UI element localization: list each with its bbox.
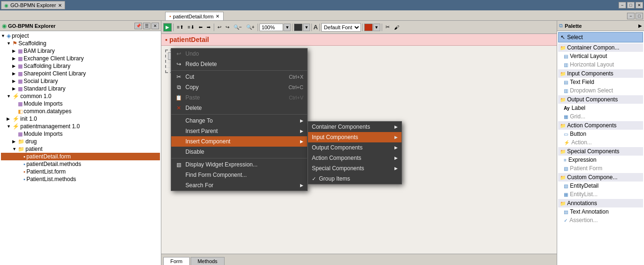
submenu-item-action[interactable]: Action Components ▶: [308, 153, 401, 163]
editor-tab-close-icon[interactable]: ✕: [216, 14, 219, 19]
submenu-item-group[interactable]: ✓ Group Items: [308, 174, 401, 184]
tree-item-scaffolding[interactable]: ▼ ⚑ Scaffolding: [1, 40, 160, 47]
window-minimize-btn[interactable]: −: [619, 2, 626, 8]
form-title: patientDetail: [169, 36, 209, 43]
toolbar-sep7: [362, 24, 363, 31]
menu-item-insert-component[interactable]: Insert Component ▶: [171, 136, 307, 147]
palette-item-expression[interactable]: ≡ Expression: [558, 156, 643, 164]
palette-item-entitylist[interactable]: ▦ EntityList...: [558, 190, 643, 199]
palette-item-text-annotation[interactable]: ▤ Text Annotation: [558, 207, 643, 216]
menu-item-find-form[interactable]: Find Form Component...: [171, 170, 307, 180]
palette-item-assertion[interactable]: ✓ Assertion...: [558, 216, 643, 224]
submenu-output-arrow: ▶: [394, 145, 398, 150]
tab-form[interactable]: Form: [163, 257, 190, 265]
palette-item-entitydetail[interactable]: ▧ EntityDetail: [558, 182, 643, 190]
palette-section-annotations-header[interactable]: 📁 Annotations: [558, 199, 643, 207]
toolbar-btn-1[interactable]: ≡⬆: [175, 23, 185, 31]
tree-item-patientdetail-methods[interactable]: ▪ patientDetail.methods: [1, 160, 160, 168]
editor-tab-label[interactable]: patientDetail.form: [173, 14, 214, 19]
run-btn[interactable]: ▶: [163, 23, 172, 32]
submenu-item-special[interactable]: Special Components ▶: [308, 163, 401, 174]
menu-item-insert-parent[interactable]: Insert Parent ▶: [171, 126, 307, 136]
tree-item-sharepoint[interactable]: ▶ ▦ Sharepoint Client Library: [1, 70, 160, 77]
palette-section-action-header[interactable]: 📁 Action Components: [558, 121, 643, 130]
palette-expand-btn[interactable]: ▶: [638, 23, 642, 28]
tree-item-patientlist-form[interactable]: ▪ PatientList.form: [1, 168, 160, 175]
submenu-item-container[interactable]: Container Components ▶: [308, 122, 401, 132]
color-dropdown-1[interactable]: ▼: [303, 24, 310, 31]
toolbar-btn-4[interactable]: ➡: [205, 23, 212, 31]
tree-item-social[interactable]: ▶ ▦ Social Library: [1, 77, 160, 85]
toolbar-btn-2[interactable]: ≡⬇: [186, 23, 196, 31]
palette-item-vertical-layout[interactable]: ▤ Vertical Layout: [558, 52, 643, 60]
toolbar-btn-8[interactable]: 🔍+: [244, 23, 257, 31]
color-swatch-1[interactable]: [294, 24, 302, 31]
editor-window-min-btn[interactable]: −: [627, 13, 635, 19]
palette-item-horizontal-layout[interactable]: ▥ Horizontal Layout: [558, 60, 643, 69]
explorer-close-header-btn[interactable]: ✕: [151, 23, 159, 29]
menu-item-display-widget[interactable]: ▧ Display Widget Expression...: [171, 159, 307, 170]
tree-item-patientlist-methods[interactable]: ▪ PatientList.methods: [1, 175, 160, 183]
tree-item-exchange[interactable]: ▶ ▦ Exchange Client Library: [1, 55, 160, 62]
menu-item-cut[interactable]: ✂ Cut Ctrl+X: [171, 72, 307, 82]
palette-section-container-header[interactable]: 📁 Container Compon...: [558, 43, 643, 52]
tree-item-scaffolding-lib[interactable]: ▶ ▦ Scaffolding Library: [1, 62, 160, 70]
palette-section-custom-header[interactable]: 📁 Custom Compone...: [558, 173, 643, 182]
palette-item-grid[interactable]: ▦ Grid...: [558, 112, 643, 121]
toolbar-btn-6[interactable]: ↪: [224, 23, 231, 31]
tree-item-common[interactable]: ▼ ⚡ common 1.0: [1, 92, 160, 100]
menu-item-delete[interactable]: ✕ Delete: [171, 103, 307, 113]
palette-section-special-header[interactable]: 📁 Special Components: [558, 147, 643, 156]
tree-item-init[interactable]: ▶ ⚡ init 1.0: [1, 115, 160, 123]
menu-item-search-for[interactable]: Search For ▶: [171, 180, 307, 190]
menu-item-disable[interactable]: Disable: [171, 147, 307, 157]
palette-item-patient-form[interactable]: ▧ Patient Form: [558, 164, 643, 173]
tree-item-module-imports-pm[interactable]: ▦ Module Imports: [1, 130, 160, 138]
window-close-btn[interactable]: ✕: [636, 2, 643, 8]
palette-item-button[interactable]: ▭ Button: [558, 130, 643, 138]
explorer-pin-btn[interactable]: 📌: [134, 23, 142, 29]
toolbar-btn-5[interactable]: ↩: [216, 23, 223, 31]
tree-item-project[interactable]: ▼ ◈ project: [1, 32, 160, 40]
palette-item-label[interactable]: Ay Label: [558, 104, 643, 112]
zoom-input[interactable]: 100%: [259, 24, 283, 31]
zoom-dropdown-btn[interactable]: ▼: [284, 24, 291, 31]
toolbar-btn-scissors[interactable]: ✂: [384, 23, 392, 32]
toolbar-btn-paint[interactable]: 🖌: [392, 23, 401, 32]
menu-item-undo[interactable]: ↩ Undo: [171, 49, 307, 59]
menu-label-redo: Redo Delete: [185, 61, 217, 67]
font-selector[interactable]: Default Font: [321, 23, 361, 32]
tree-item-bam[interactable]: ▶ ▦ BAM Library: [1, 47, 160, 55]
toolbar-btn-7[interactable]: 🔍−: [232, 23, 244, 31]
palette-item-action[interactable]: ⚡ Action...: [558, 138, 643, 147]
menu-item-change-to[interactable]: Change To ▶: [171, 116, 307, 126]
explorer-menu-btn[interactable]: ☰: [143, 23, 151, 29]
tab-methods[interactable]: Methods: [191, 257, 225, 265]
menu-item-redo[interactable]: ↪ Redo Delete: [171, 59, 307, 69]
tree-label-standard: Standard Library: [24, 85, 66, 92]
menu-item-copy[interactable]: ⧉ Copy Ctrl+C: [171, 82, 307, 92]
tree-item-module-imports-common[interactable]: ▦ Module Imports: [1, 100, 160, 108]
color-dropdown-2[interactable]: ▼: [373, 24, 380, 31]
tree-item-standard[interactable]: ▶ ▦ Standard Library: [1, 85, 160, 92]
palette-select-item[interactable]: ↖ Select: [558, 32, 643, 42]
submenu-item-input[interactable]: Input Components ▶: [308, 132, 401, 142]
palette-section-output-header[interactable]: 📁 Output Components: [558, 95, 643, 104]
explorer-close-icon[interactable]: ✕: [58, 3, 62, 8]
tree-item-patientmgmt[interactable]: ▼ ⚡ patientmanagement 1.0: [1, 123, 160, 130]
palette-section-input-header[interactable]: 📁 Input Components: [558, 69, 643, 78]
menu-item-paste[interactable]: 📋 Paste Ctrl+V: [171, 92, 307, 103]
tree-item-patientdetail-form[interactable]: ▪ patientDetail.form: [1, 153, 160, 160]
tree-item-drug[interactable]: ▶ 📁 drug: [1, 138, 160, 145]
palette-item-dropdown[interactable]: ▥ Dropdown Select: [558, 86, 643, 95]
tree-item-patient[interactable]: ▼ 📁 patient: [1, 145, 160, 153]
editor-window-max-btn[interactable]: □: [636, 13, 643, 19]
window-maximize-btn[interactable]: □: [627, 2, 635, 8]
palette-item-textfield[interactable]: ▤ Text Field: [558, 78, 643, 86]
insert-component-arrow: ▶: [300, 139, 303, 144]
form-area: ▪ patientDetail ▦ ↩ Undo ↪ Re: [161, 34, 557, 254]
tree-item-common-datatypes[interactable]: ◧ common.datatypes: [1, 108, 160, 115]
submenu-item-output[interactable]: Output Components ▶: [308, 142, 401, 153]
toolbar-btn-3[interactable]: ⬅: [197, 23, 204, 31]
color-swatch-2[interactable]: [364, 24, 373, 31]
